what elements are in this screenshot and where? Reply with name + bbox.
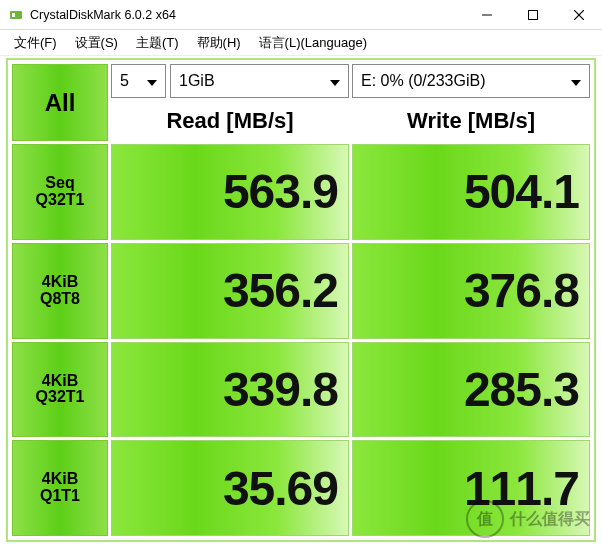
seq-q32t1-write: 504.1 [352,144,590,240]
test-label-line1: 4KiB [42,471,78,488]
menu-help[interactable]: 帮助(H) [189,32,249,54]
svg-rect-1 [12,13,15,17]
run-seq-q32t1-button[interactable]: Seq Q32T1 [12,144,108,240]
4kib-q32t1-write: 285.3 [352,342,590,438]
loops-value: 5 [120,72,129,90]
menu-language[interactable]: 语言(L)(Language) [251,32,375,54]
svg-marker-8 [571,80,581,86]
test-label-line1: 4KiB [42,373,78,390]
test-size-value: 1GiB [179,72,215,90]
chevron-down-icon [143,72,161,90]
drive-select[interactable]: E: 0% (0/233GiB) [352,64,590,98]
write-header: Write [MB/s] [352,101,590,141]
4kib-q32t1-read: 339.8 [111,342,349,438]
menu-settings[interactable]: 设置(S) [67,32,126,54]
window-controls [464,0,602,30]
run-4kib-q8t8-button[interactable]: 4KiB Q8T8 [12,243,108,339]
run-4kib-q32t1-button[interactable]: 4KiB Q32T1 [12,342,108,438]
test-label-line1: 4KiB [42,274,78,291]
seq-q32t1-read: 563.9 [111,144,349,240]
4kib-q8t8-write: 376.8 [352,243,590,339]
selects-right: E: 0% (0/233GiB) [352,64,590,98]
test-size-select[interactable]: 1GiB [170,64,349,98]
close-button[interactable] [556,0,602,30]
minimize-button[interactable] [464,0,510,30]
test-label-line2: Q32T1 [36,389,85,406]
svg-marker-6 [147,80,157,86]
all-label: All [45,90,76,115]
selects-left: 5 1GiB [111,64,349,98]
test-label-line2: Q1T1 [40,488,80,505]
run-4kib-q1t1-button[interactable]: 4KiB Q1T1 [12,440,108,536]
titlebar: CrystalDiskMark 6.0.2 x64 [0,0,602,30]
client-area: All 5 1GiB E: 0% (0/233GiB) [6,58,596,542]
4kib-q1t1-write: 111.7 [352,440,590,536]
drive-value: E: 0% (0/233GiB) [361,72,486,90]
4kib-q1t1-read: 35.69 [111,440,349,536]
svg-rect-3 [529,11,538,20]
menu-theme[interactable]: 主题(T) [128,32,187,54]
svg-marker-7 [330,80,340,86]
test-label-line2: Q32T1 [36,192,85,209]
4kib-q8t8-read: 356.2 [111,243,349,339]
loops-select[interactable]: 5 [111,64,166,98]
run-all-button[interactable]: All [12,64,108,141]
test-label-line1: Seq [45,175,74,192]
read-header: Read [MB/s] [111,101,349,141]
app-icon [8,7,24,23]
test-label-line2: Q8T8 [40,291,80,308]
svg-rect-0 [10,11,22,19]
menubar: 文件(F) 设置(S) 主题(T) 帮助(H) 语言(L)(Language) [0,30,602,56]
maximize-button[interactable] [510,0,556,30]
window-title: CrystalDiskMark 6.0.2 x64 [30,8,176,22]
menu-file[interactable]: 文件(F) [6,32,65,54]
chevron-down-icon [567,72,585,90]
chevron-down-icon [326,72,344,90]
